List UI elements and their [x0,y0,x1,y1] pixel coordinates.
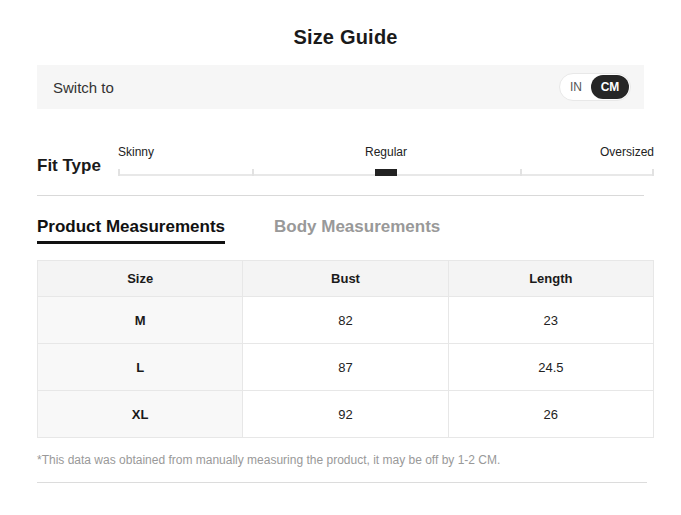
size-cell: M [38,297,243,344]
fit-type-slider: Skinny Regular Oversized [118,145,654,176]
fit-type-section: Fit Type Skinny Regular Oversized [37,145,654,176]
column-header-length: Length [448,261,653,297]
fit-track-tick [118,169,120,176]
unit-switch-bar: Switch to IN CM [37,65,644,109]
fit-option-skinny[interactable]: Skinny [118,145,297,159]
measurement-disclaimer: *This data was obtained from manually me… [37,453,654,467]
fit-option-oversized[interactable]: Oversized [475,145,654,159]
size-cell: XL [38,391,243,438]
bottom-divider [37,482,647,483]
table-row: L 87 24.5 [38,344,654,391]
table-row: M 82 23 [38,297,654,344]
bust-cell: 92 [243,391,448,438]
fit-type-options: Skinny Regular Oversized [118,145,654,159]
tab-product-measurements[interactable]: Product Measurements [37,217,225,244]
fit-option-regular[interactable]: Regular [297,145,476,159]
size-guide-panel: Size Guide Switch to IN CM Fit Type Skin… [0,0,681,515]
unit-switch-label: Switch to [53,79,114,96]
fit-track-tick [520,169,522,176]
section-divider [37,195,644,196]
fit-type-indicator[interactable] [375,169,397,176]
table-row: XL 92 26 [38,391,654,438]
unit-toggle[interactable]: IN CM [559,73,631,101]
fit-track-tick [252,169,254,176]
measurement-tabs: Product Measurements Body Measurements [37,217,654,244]
fit-type-label: Fit Type [37,156,118,176]
size-table: Size Bust Length M 82 23 L 87 24.5 XL 92… [37,260,654,438]
size-cell: L [38,344,243,391]
page-title: Size Guide [37,0,654,50]
bust-cell: 87 [243,344,448,391]
column-header-bust: Bust [243,261,448,297]
fit-track-tick [652,169,654,176]
bust-cell: 82 [243,297,448,344]
column-header-size: Size [38,261,243,297]
fit-type-track[interactable] [118,169,654,176]
length-cell: 23 [448,297,653,344]
tab-body-measurements[interactable]: Body Measurements [274,217,440,244]
table-header-row: Size Bust Length [38,261,654,297]
unit-option-in[interactable]: IN [561,75,591,99]
length-cell: 26 [448,391,653,438]
length-cell: 24.5 [448,344,653,391]
unit-option-cm[interactable]: CM [591,75,629,99]
